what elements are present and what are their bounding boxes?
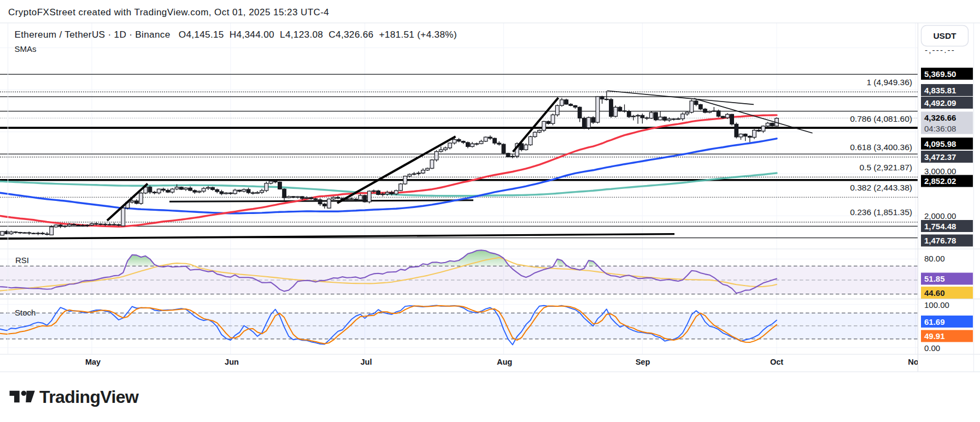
- svg-text:3,000.00: 3,000.00: [924, 167, 956, 176]
- svg-text:4,326.66: 4,326.66: [924, 113, 956, 122]
- svg-text:5,369.50: 5,369.50: [924, 69, 956, 79]
- svg-text:2,000.00: 2,000.00: [924, 211, 956, 221]
- svg-text:51.85: 51.85: [924, 274, 945, 283]
- svg-text:1 (4,949.36): 1 (4,949.36): [866, 78, 912, 87]
- svg-text:RSI: RSI: [15, 255, 29, 265]
- svg-text:61.69: 61.69: [924, 317, 945, 326]
- svg-text:4,492.09: 4,492.09: [924, 98, 956, 108]
- svg-text:0.786 (4,081.60): 0.786 (4,081.60): [850, 114, 912, 123]
- svg-text:0.236 (1,851.35): 0.236 (1,851.35): [850, 207, 912, 217]
- svg-text:1,476.78: 1,476.78: [924, 236, 956, 245]
- svg-text:04:36:08: 04:36:08: [924, 124, 956, 133]
- svg-text:May: May: [85, 358, 101, 366]
- svg-text:USDT: USDT: [933, 31, 956, 40]
- svg-text:1,754.48: 1,754.48: [924, 222, 956, 231]
- svg-text:0.382 (2,443.38): 0.382 (2,443.38): [850, 183, 912, 192]
- svg-text:2,852.02: 2,852.02: [924, 176, 956, 186]
- svg-text:3,472.37: 3,472.37: [924, 152, 956, 162]
- svg-text:Stoch: Stoch: [15, 308, 36, 317]
- svg-text:Oct: Oct: [770, 358, 783, 366]
- svg-text:0.00: 0.00: [924, 343, 940, 353]
- svg-text:Aug: Aug: [497, 358, 512, 366]
- svg-text:Ethereum / TetherUS · 1D · Bin: Ethereum / TetherUS · 1D · Binance O4,14…: [15, 29, 457, 40]
- svg-text:44.60: 44.60: [924, 288, 945, 298]
- svg-text:4,835.81: 4,835.81: [924, 86, 956, 95]
- svg-text:TradingView: TradingView: [39, 387, 139, 407]
- svg-text:0.5 (2,921.87): 0.5 (2,921.87): [859, 163, 912, 172]
- svg-text:4,095.98: 4,095.98: [924, 139, 956, 148]
- svg-text:49.91: 49.91: [924, 331, 945, 341]
- svg-text:CryptoFXStreet created with Tr: CryptoFXStreet created with TradingView.…: [8, 7, 329, 17]
- svg-text:SMAs: SMAs: [15, 44, 37, 54]
- svg-text:Sep: Sep: [636, 358, 650, 366]
- svg-text:0.618 (3,400.36): 0.618 (3,400.36): [850, 142, 912, 152]
- svg-text:Jul: Jul: [361, 358, 372, 366]
- svg-text:80.00: 80.00: [924, 254, 945, 263]
- svg-text:100.00: 100.00: [924, 300, 949, 310]
- svg-text:Jun: Jun: [225, 358, 239, 366]
- svg-text:-,---.--: -,---.--: [925, 45, 955, 55]
